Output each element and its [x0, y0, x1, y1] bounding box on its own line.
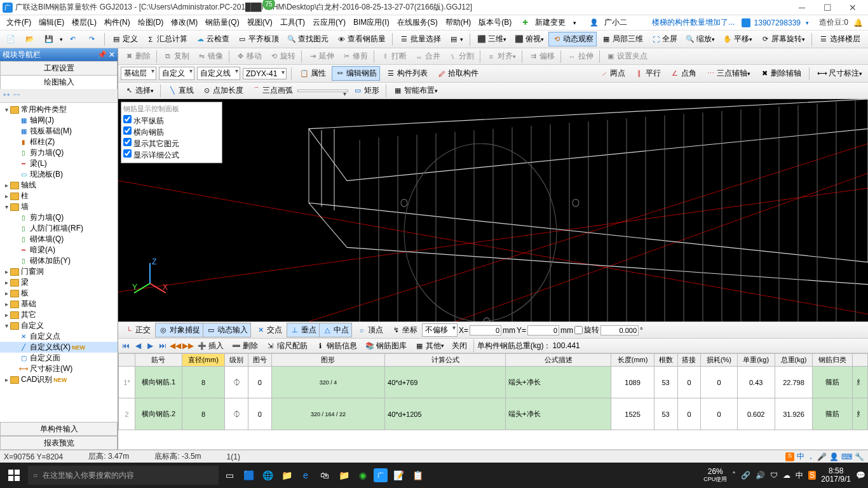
offset-button[interactable]: ⇉偏移	[525, 49, 558, 64]
sum-calc-button[interactable]: Σ汇总计算	[142, 32, 191, 46]
parallel-button[interactable]: ∥平行	[631, 66, 664, 81]
task-app6[interactable]: 📋	[409, 466, 426, 485]
view-rebar-button[interactable]: 👁查看钢筋量	[333, 32, 389, 46]
tray-vol-icon[interactable]: 🔊	[756, 471, 765, 480]
prev-record[interactable]: ◀	[133, 341, 143, 350]
x-input[interactable]	[470, 325, 501, 336]
pan-button[interactable]: ✋平移▾	[719, 32, 756, 46]
find-graph-button[interactable]: 🔍查找图元	[283, 32, 332, 46]
tree-item[interactable]: ▸板	[0, 288, 118, 299]
fullscreen-button[interactable]: ⛶全屏	[648, 32, 681, 46]
ime-mic-icon[interactable]: 🎤	[817, 452, 827, 461]
menu-help[interactable]: 帮助(H)	[442, 17, 475, 28]
collapse-icon[interactable]: ⁻⁻	[13, 92, 20, 100]
tray-ime[interactable]: 中	[796, 470, 803, 481]
cpu-meter[interactable]: 26%CPU使用	[703, 468, 727, 482]
copy-button[interactable]: ⧉复制	[159, 49, 193, 64]
arc-combo[interactable]	[297, 90, 348, 92]
split-button[interactable]: ⑊分割	[444, 49, 477, 64]
code-combo[interactable]: ZDYX-41	[243, 68, 287, 79]
chk-show-formula[interactable]: 显示详细公式	[123, 149, 220, 161]
task-explorer[interactable]: 📁	[336, 466, 352, 485]
start-button[interactable]	[3, 465, 25, 485]
tree-item[interactable]: ━暗梁(A)	[0, 245, 118, 255]
component-list-button[interactable]: ☰构件列表	[383, 66, 431, 81]
rebar-lib-button[interactable]: 📚钢筋图库	[362, 339, 410, 353]
seat-toggle[interactable]: ↯坐标	[388, 323, 421, 337]
menu-view[interactable]: 视图(V)	[243, 17, 276, 28]
tree-item[interactable]: ▸轴线	[0, 180, 118, 191]
first-record[interactable]: ⏮	[121, 341, 131, 350]
flat-top-button[interactable]: ▭平齐板顶	[234, 32, 282, 46]
proportion-button[interactable]: ⇲缩尺配筋	[262, 339, 311, 353]
menu-draw[interactable]: 绘图(D)	[134, 17, 168, 28]
sogou-icon[interactable]: S	[785, 452, 794, 461]
tree-item[interactable]: ▭现浇板(B)	[0, 169, 118, 180]
tree-item[interactable]: ▸柱	[0, 191, 118, 201]
menu-bim[interactable]: BIM应用(I)	[349, 17, 393, 28]
tree-item[interactable]: ▯人防门框墙(RF)	[0, 223, 118, 234]
tree-item[interactable]: ▦轴网(J)	[0, 115, 118, 126]
break-button[interactable]: ⦀打断	[377, 49, 410, 64]
tree-item[interactable]: ▾常用构件类型	[0, 104, 118, 115]
task-app2[interactable]: 🌐	[259, 466, 276, 485]
mirror-button[interactable]: ⇋镜像	[193, 49, 226, 64]
prev-page[interactable]: ◀◀	[170, 341, 180, 350]
task-app3[interactable]: 📁	[278, 466, 295, 485]
tree-item[interactable]: ▾墙	[0, 201, 118, 212]
dim-mark-button[interactable]: ⟷尺寸标注▾	[814, 66, 865, 81]
taskview-button[interactable]: ▭	[221, 466, 238, 485]
tree-item[interactable]: ▢自定义面	[0, 353, 118, 363]
dynamic-view-button[interactable]: ⟲动态观察	[548, 32, 597, 46]
ortho-toggle[interactable]: └正交	[121, 323, 154, 337]
cloud-check-button[interactable]: ☁云检查	[192, 32, 233, 46]
tree-item[interactable]: ▸基础	[0, 299, 118, 309]
move-button[interactable]: ✥移动	[232, 49, 265, 64]
chk-lateral[interactable]: 横向钢筋	[123, 126, 220, 138]
tray-shield-icon[interactable]: 🛡	[770, 471, 778, 480]
task-store[interactable]: 🛍	[316, 466, 333, 485]
three-aux-button[interactable]: ⋯三点辅轴▾	[702, 66, 754, 81]
top-view-button[interactable]: ⬛俯视▾	[511, 32, 547, 46]
menu-file[interactable]: 文件(F)	[3, 17, 35, 28]
offset-combo[interactable]: 不偏移	[422, 323, 458, 337]
ime-keyboard-icon[interactable]: ⌨	[841, 452, 852, 461]
rotate-button[interactable]: ⟲旋转	[266, 49, 299, 64]
define-button[interactable]: ▤定义	[108, 32, 141, 46]
tray-up-icon[interactable]: ˄	[732, 471, 736, 480]
tree-item[interactable]: ╱自定义线(X)NEW	[0, 342, 118, 353]
tray-net-icon[interactable]: 🔗	[741, 471, 750, 480]
task-app1[interactable]: 🟦	[240, 466, 257, 485]
pick-component-button[interactable]: 🖉拾取构件	[433, 66, 482, 81]
mid-toggle[interactable]: △中点	[320, 323, 351, 337]
3d-button[interactable]: ⬛三维▾	[473, 32, 510, 46]
menu-version[interactable]: 版本号(B)	[475, 17, 515, 28]
objsnap-toggle[interactable]: ◎对象捕捉	[156, 323, 203, 337]
partial-3d-button[interactable]: ▦局部三维	[598, 32, 646, 46]
tree-item[interactable]: ▸CAD识别NEW	[0, 374, 118, 385]
tree-item[interactable]: ━梁(L)	[0, 158, 118, 169]
ime-settings-icon[interactable]: 🔧	[855, 452, 864, 461]
tree-item[interactable]: ▦筏板基础(M)	[0, 126, 118, 137]
save-button[interactable]: 💾	[41, 32, 58, 46]
rotate-check[interactable]	[574, 326, 583, 334]
next-page[interactable]: ▶▶	[182, 341, 193, 350]
tray-onedrive-icon[interactable]: ☁	[783, 471, 790, 480]
align-button[interactable]: ≡对齐▾	[483, 49, 519, 64]
tree-item[interactable]: ▸梁	[0, 277, 118, 288]
bell-icon[interactable]: 🔔	[851, 18, 865, 27]
tree-item[interactable]: ⟷尺寸标注(W)	[0, 363, 118, 374]
tree-item[interactable]: ▾自定义	[0, 320, 118, 331]
menu-floor[interactable]: 楼层(L)	[68, 17, 100, 28]
perp-toggle[interactable]: ⊥垂点	[287, 323, 320, 337]
task-app5[interactable]: 📝	[390, 466, 407, 485]
taskbar-search[interactable]: ○ 在这里输入你要搜索的内容	[28, 466, 219, 485]
user-button[interactable]: 👤广小二	[585, 17, 635, 29]
set-grip-button[interactable]: ▣设置夹点	[602, 49, 651, 64]
line-tool-button[interactable]: ╲直线	[164, 83, 197, 98]
new-button[interactable]: 📄	[3, 32, 20, 46]
tray-notifications[interactable]: 💬	[856, 471, 865, 480]
tree-item[interactable]: ▸其它	[0, 309, 118, 320]
tree-item[interactable]: ▮框柱(Z)	[0, 137, 118, 147]
undo-button[interactable]: ↶	[64, 32, 82, 46]
